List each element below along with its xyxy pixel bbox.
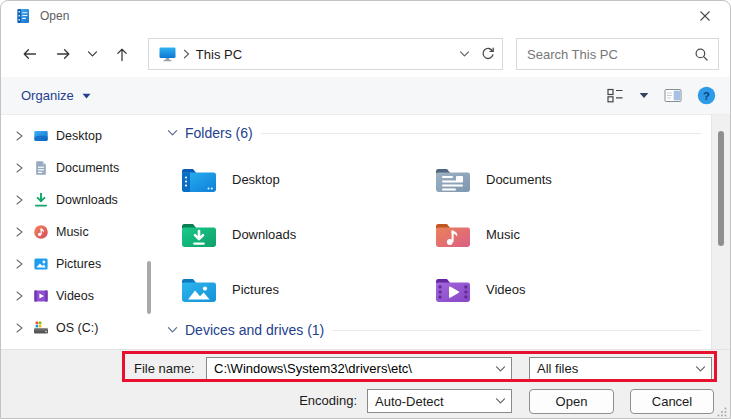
- breadcrumb[interactable]: This PC: [158, 46, 242, 62]
- help-button[interactable]: ?: [697, 86, 716, 105]
- vertical-scrollbar-thumb[interactable]: [718, 131, 724, 246]
- folder-tile-music[interactable]: Music: [433, 207, 687, 262]
- title-bar: Open: [1, 1, 730, 31]
- view-options-icon: [607, 88, 624, 103]
- organize-label: Organize: [21, 88, 74, 103]
- chevron-right-icon[interactable]: [14, 322, 24, 334]
- search-box[interactable]: [516, 38, 719, 70]
- sidebar-item-music[interactable]: Music: [1, 216, 153, 248]
- organize-button[interactable]: Organize: [21, 88, 91, 103]
- resize-grip[interactable]: [717, 407, 727, 417]
- desktop-icon: [33, 128, 49, 144]
- chevron-right-icon[interactable]: [14, 258, 24, 270]
- up-button[interactable]: [104, 39, 139, 69]
- pictures-icon: [33, 256, 49, 272]
- chevron-down-icon[interactable]: [489, 397, 511, 405]
- help-glyph: ?: [703, 90, 710, 102]
- refresh-icon[interactable]: [480, 46, 496, 62]
- sidebar-item-videos[interactable]: Videos: [1, 280, 153, 312]
- view-dropdown-button[interactable]: [639, 92, 649, 99]
- navigation-pane: Desktop Documents: [1, 115, 153, 349]
- folder-tile-videos[interactable]: Videos: [433, 262, 687, 317]
- chevron-right-icon: [183, 49, 190, 59]
- section-header-folders[interactable]: Folders (6): [153, 122, 701, 144]
- dropdown-arrow-icon: [639, 92, 649, 99]
- folder-tile-documents[interactable]: Documents: [433, 152, 687, 207]
- open-button-label: Open: [556, 394, 588, 409]
- chevron-right-icon[interactable]: [14, 226, 24, 238]
- chevron-down-icon: [87, 50, 98, 58]
- sidebar-item-os-c[interactable]: OS (C:): [1, 312, 153, 344]
- chevron-right-icon[interactable]: [14, 130, 24, 142]
- sidebar-item-label: Pictures: [56, 257, 101, 271]
- chevron-down-icon[interactable]: [167, 326, 178, 334]
- folders-grid: Desktop Documents: [179, 152, 687, 317]
- open-dialog-window: Open: [0, 0, 731, 419]
- folder-downloads-icon: [179, 219, 219, 251]
- sidebar-item-downloads[interactable]: Downloads: [1, 184, 153, 216]
- folder-pictures-icon: [179, 274, 219, 306]
- close-button[interactable]: [688, 3, 722, 29]
- section-header-devices[interactable]: Devices and drives (1): [153, 319, 701, 341]
- recent-locations-button[interactable]: [81, 39, 104, 69]
- file-name-combobox[interactable]: [206, 357, 512, 380]
- arrow-right-icon: [55, 46, 72, 62]
- dropdown-arrow-icon: [82, 93, 91, 99]
- section-label: Folders (6): [185, 125, 253, 141]
- sidebar-item-documents[interactable]: Documents: [1, 152, 153, 184]
- help-icon: ?: [697, 86, 716, 105]
- window-title: Open: [40, 9, 69, 23]
- search-input[interactable]: [527, 47, 694, 62]
- address-bar[interactable]: This PC: [148, 38, 503, 70]
- forward-button[interactable]: [47, 39, 82, 69]
- encoding-dropdown[interactable]: Auto-Detect: [367, 389, 512, 413]
- chevron-down-icon[interactable]: [689, 365, 711, 373]
- file-type-value: All files: [530, 361, 689, 376]
- open-button[interactable]: Open: [529, 389, 614, 414]
- cancel-button-label: Cancel: [652, 394, 692, 409]
- file-type-dropdown[interactable]: All files: [529, 357, 712, 380]
- folder-name: Videos: [486, 282, 526, 297]
- notepad-icon: [15, 8, 31, 24]
- chevron-right-icon[interactable]: [14, 290, 24, 302]
- folder-tile-downloads[interactable]: Downloads: [179, 207, 433, 262]
- folder-name: Documents: [486, 172, 552, 187]
- vertical-scrollbar[interactable]: [711, 115, 730, 349]
- music-icon: [33, 224, 49, 240]
- preview-pane-icon: [664, 88, 682, 103]
- videos-icon: [33, 288, 49, 304]
- sidebar-item-pictures[interactable]: Pictures: [1, 248, 153, 280]
- chevron-down-icon[interactable]: [167, 129, 178, 137]
- chevron-down-icon[interactable]: [489, 365, 511, 373]
- folder-name: Music: [486, 227, 520, 242]
- back-button[interactable]: [12, 39, 47, 69]
- close-icon: [698, 9, 712, 23]
- address-location: This PC: [196, 47, 242, 62]
- downloads-icon: [33, 192, 49, 208]
- folder-music-icon: [433, 219, 473, 251]
- chevron-right-icon[interactable]: [14, 162, 24, 174]
- folder-name: Downloads: [232, 227, 296, 242]
- file-name-label: File name:: [134, 361, 195, 376]
- folder-tile-desktop[interactable]: Desktop: [179, 152, 433, 207]
- file-name-input[interactable]: [207, 361, 489, 376]
- sidebar-scrollbar-thumb[interactable]: [147, 261, 151, 314]
- search-icon[interactable]: [694, 47, 709, 62]
- drive-icon: [33, 320, 49, 336]
- folder-tile-pictures[interactable]: Pictures: [179, 262, 433, 317]
- section-divider: [261, 133, 701, 134]
- view-options-button[interactable]: [607, 88, 624, 103]
- items-view: Folders (6) Desktop: [153, 115, 711, 349]
- documents-icon: [33, 160, 49, 176]
- folder-desktop-icon: [179, 164, 219, 196]
- preview-pane-button[interactable]: [664, 88, 682, 103]
- address-dropdown-icon[interactable]: [459, 50, 470, 58]
- arrow-left-icon: [21, 46, 38, 62]
- cancel-button[interactable]: Cancel: [630, 389, 714, 414]
- dialog-footer: File name: All files Encoding: Auto-Dete…: [1, 349, 730, 419]
- sidebar-item-desktop[interactable]: Desktop: [1, 120, 153, 152]
- folder-documents-icon: [433, 164, 473, 196]
- chevron-right-icon[interactable]: [14, 194, 24, 206]
- sidebar-item-label: Videos: [56, 289, 94, 303]
- content-area: Desktop Documents: [1, 115, 730, 349]
